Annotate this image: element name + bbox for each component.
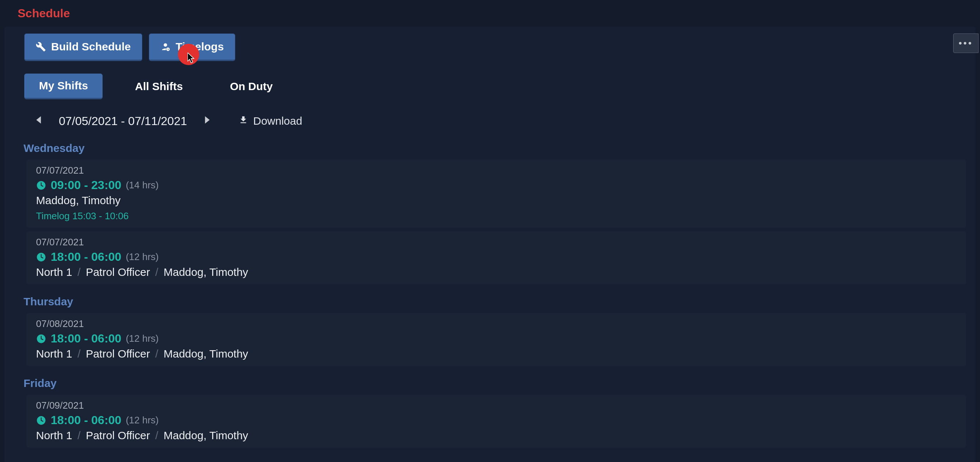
shift-timelog: Timelog 15:03 - 10:06: [36, 210, 956, 222]
user-clock-icon: [160, 41, 170, 52]
shift-assignment: North 1 / Patrol Officer / Maddog, Timot…: [36, 266, 956, 279]
tools-icon: [36, 41, 46, 52]
clock-icon: [36, 180, 46, 191]
page-title: Schedule: [0, 0, 980, 27]
more-menu-button[interactable]: •••: [953, 33, 978, 53]
shift-person: Maddog, Timothy: [164, 429, 248, 441]
timelogs-label: Timelogs: [176, 40, 224, 53]
shift-role: Patrol Officer: [86, 429, 150, 441]
shift-location: North 1: [36, 347, 72, 360]
timelogs-button[interactable]: Timelogs: [149, 33, 235, 61]
shift-time: 18:00 - 06:00: [51, 413, 121, 427]
shift-time-line: 18:00 - 06:00 (12 hrs): [36, 250, 956, 264]
date-nav: 07/05/2021 - 07/11/2021 Download: [5, 99, 975, 128]
shift-duration: (12 hrs): [126, 251, 159, 263]
build-schedule-button[interactable]: Build Schedule: [24, 33, 142, 61]
shift-assignment: North 1 / Patrol Officer / Maddog, Timot…: [36, 347, 956, 360]
shift-person: Maddog, Timothy: [36, 194, 956, 207]
separator: /: [153, 347, 160, 360]
shift-role: Patrol Officer: [86, 347, 150, 360]
build-schedule-label: Build Schedule: [51, 40, 131, 53]
shift-date: 07/08/2021: [36, 318, 956, 330]
separator: /: [75, 429, 83, 441]
prev-week-button[interactable]: [32, 114, 45, 128]
shift-card[interactable]: 07/07/2021 09:00 - 23:00 (14 hrs) Maddog…: [27, 159, 966, 228]
clock-icon: [36, 252, 46, 262]
day-header: Wednesday: [5, 135, 975, 158]
next-week-button[interactable]: [201, 114, 213, 128]
shift-card[interactable]: 07/09/2021 18:00 - 06:00 (12 hrs) North …: [27, 395, 966, 448]
download-button[interactable]: Download: [239, 115, 302, 127]
shift-duration: (12 hrs): [126, 333, 159, 344]
svg-marker-1: [205, 116, 210, 124]
shift-assignment: North 1 / Patrol Officer / Maddog, Timot…: [36, 429, 956, 442]
date-range: 07/05/2021 - 07/11/2021: [59, 115, 187, 128]
shift-date: 07/07/2021: [36, 236, 956, 248]
shift-time-line: 18:00 - 06:00 (12 hrs): [36, 332, 956, 346]
tab-my-shifts[interactable]: My Shifts: [24, 73, 103, 99]
separator: /: [153, 266, 160, 278]
shift-card[interactable]: 07/07/2021 18:00 - 06:00 (12 hrs) North …: [27, 231, 966, 284]
tab-all-shifts[interactable]: All Shifts: [120, 74, 197, 99]
svg-marker-0: [37, 116, 41, 124]
days-list: Wednesday 07/07/2021 09:00 - 23:00 (14 h…: [5, 128, 975, 448]
clock-icon: [36, 415, 46, 425]
shift-person: Maddog, Timothy: [164, 347, 248, 360]
tab-on-duty[interactable]: On Duty: [215, 74, 288, 99]
separator: /: [153, 429, 160, 441]
clock-icon: [36, 334, 46, 344]
shift-location: North 1: [36, 429, 72, 441]
shift-duration: (12 hrs): [126, 414, 159, 426]
shift-date: 07/09/2021: [36, 400, 956, 411]
shift-role: Patrol Officer: [86, 266, 150, 278]
shift-time: 18:00 - 06:00: [51, 332, 121, 346]
day-header: Thursday: [5, 288, 975, 311]
shift-tabs: My Shifts All Shifts On Duty: [5, 61, 975, 99]
download-label: Download: [253, 115, 302, 127]
shift-card[interactable]: 07/08/2021 18:00 - 06:00 (12 hrs) North …: [27, 313, 966, 366]
shift-time: 18:00 - 06:00: [51, 250, 121, 264]
shift-date: 07/07/2021: [36, 165, 956, 176]
shift-time-line: 09:00 - 23:00 (14 hrs): [36, 178, 956, 192]
separator: /: [75, 347, 83, 360]
shift-duration: (14 hrs): [126, 180, 159, 191]
shift-person: Maddog, Timothy: [164, 266, 248, 278]
schedule-panel: Build Schedule Timelogs ••• My Shifts Al…: [5, 27, 975, 462]
day-header: Friday: [5, 370, 975, 392]
download-icon: [239, 115, 248, 127]
shift-location: North 1: [36, 266, 72, 278]
top-buttons: Build Schedule Timelogs: [5, 33, 975, 61]
shift-time: 09:00 - 23:00: [51, 178, 121, 192]
shift-time-line: 18:00 - 06:00 (12 hrs): [36, 413, 956, 427]
separator: /: [75, 266, 83, 278]
